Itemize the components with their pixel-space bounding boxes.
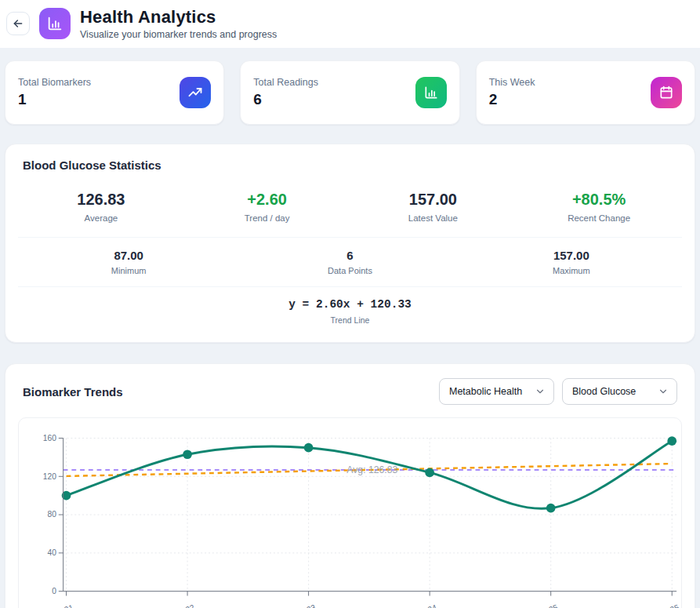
stat-cards-row: Total Biomarkers 1 Total Readings 6 This… bbox=[5, 60, 695, 125]
stat-data-points-value: 6 bbox=[239, 249, 460, 262]
back-arrow-icon bbox=[12, 17, 24, 30]
stat-maximum-label: Maximum bbox=[461, 266, 682, 275]
trend-chart-container: 04080120160Nov 26, 2021Oct 11, 2022Mar 7… bbox=[18, 417, 682, 608]
stat-label: This Week bbox=[489, 77, 535, 88]
stat-trend-value: +2.60 bbox=[184, 191, 350, 209]
stat-data-points: 6 Data Points bbox=[239, 249, 460, 275]
stat-recent-change: +80.5% Recent Change bbox=[516, 191, 682, 223]
stat-latest-value-value: 157.00 bbox=[350, 191, 517, 209]
trend-line-caption: Trend Line bbox=[18, 315, 682, 325]
stat-card-total-biomarkers: Total Biomarkers 1 bbox=[5, 60, 224, 125]
stat-value: 2 bbox=[489, 91, 535, 108]
stat-value: 1 bbox=[18, 91, 91, 108]
statistics-card: Blood Glucose Statistics 126.83 Average … bbox=[5, 144, 695, 343]
stat-value: 6 bbox=[253, 91, 318, 108]
stat-maximum: 157.00 Maximum bbox=[461, 249, 682, 275]
svg-text:Oct 11, 2022: Oct 11, 2022 bbox=[150, 603, 195, 608]
svg-text:120: 120 bbox=[43, 472, 56, 481]
svg-text:Dec 11, 2025: Dec 11, 2025 bbox=[512, 603, 560, 608]
stat-data-points-label: Data Points bbox=[239, 266, 460, 275]
stat-average: 126.83 Average bbox=[18, 191, 184, 223]
stat-average-label: Average bbox=[18, 213, 184, 223]
stat-minimum: 87.00 Minimum bbox=[18, 249, 239, 275]
stat-minimum-value: 87.00 bbox=[18, 249, 239, 262]
biomarker-select[interactable]: Blood Glucose bbox=[562, 378, 677, 405]
biomarker-select-value: Blood Glucose bbox=[572, 386, 636, 397]
stat-maximum-value: 157.00 bbox=[461, 249, 682, 262]
biomarker-trends-card: Biomarker Trends Metabolic Health Blood … bbox=[5, 363, 695, 608]
trending-up-icon bbox=[180, 77, 211, 108]
category-select-value: Metabolic Health bbox=[449, 386, 522, 397]
stat-card-this-week: This Week 2 bbox=[476, 60, 695, 125]
svg-text:Mar 7, 2023: Mar 7, 2023 bbox=[274, 603, 317, 608]
stat-card-total-readings: Total Readings 6 bbox=[240, 60, 459, 125]
back-button[interactable] bbox=[6, 12, 30, 35]
page-subtitle: Visualize your biomarker trends and prog… bbox=[80, 29, 277, 40]
svg-text:Dec 24, 2025: Dec 24, 2025 bbox=[633, 603, 680, 608]
statistics-title: Blood Glucose Statistics bbox=[18, 158, 682, 172]
trend-line-section: y = 2.60x + 120.33 Trend Line bbox=[18, 286, 682, 334]
stat-latest-value: 157.00 Latest Value bbox=[350, 191, 517, 223]
stat-minimum-label: Minimum bbox=[18, 266, 239, 275]
stat-recent-change-value: +80.5% bbox=[516, 191, 682, 209]
trend-chart[interactable]: 04080120160Nov 26, 2021Oct 11, 2022Mar 7… bbox=[20, 423, 680, 608]
svg-text:40: 40 bbox=[47, 548, 56, 557]
primary-stats-grid: 126.83 Average +2.60 Trend / day 157.00 … bbox=[18, 191, 682, 237]
stat-recent-change-label: Recent Change bbox=[516, 213, 682, 223]
svg-text:Nov 26, 2021: Nov 26, 2021 bbox=[27, 603, 74, 608]
svg-text:Dec 11, 2024: Dec 11, 2024 bbox=[390, 603, 438, 608]
stat-trend-label: Trend / day bbox=[184, 213, 350, 223]
trend-line-formula: y = 2.60x + 120.33 bbox=[18, 298, 682, 311]
chevron-down-icon bbox=[658, 386, 669, 397]
health-analytics-page: Health Analytics Visualize your biomarke… bbox=[0, 0, 700, 608]
stat-label: Total Biomarkers bbox=[18, 77, 91, 88]
svg-text:Avg: 126.83: Avg: 126.83 bbox=[346, 464, 397, 475]
secondary-stats-grid: 87.00 Minimum 6 Data Points 157.00 Maxim… bbox=[18, 237, 682, 286]
page-title: Health Analytics bbox=[80, 7, 277, 27]
svg-text:160: 160 bbox=[43, 434, 56, 442]
analytics-logo-icon bbox=[39, 8, 71, 39]
category-select[interactable]: Metabolic Health bbox=[439, 378, 554, 405]
stat-trend-per-day: +2.60 Trend / day bbox=[184, 191, 350, 223]
biomarker-trends-title: Biomarker Trends bbox=[23, 385, 123, 399]
stat-latest-value-label: Latest Value bbox=[350, 213, 517, 223]
chevron-down-icon bbox=[535, 386, 546, 397]
calendar-icon bbox=[651, 77, 682, 108]
stat-label: Total Readings bbox=[253, 77, 318, 88]
page-header: Health Analytics Visualize your biomarke… bbox=[0, 0, 700, 48]
svg-text:80: 80 bbox=[47, 510, 56, 519]
bar-chart-icon bbox=[415, 77, 447, 108]
svg-text:0: 0 bbox=[52, 587, 56, 595]
stat-average-value: 126.83 bbox=[18, 191, 184, 209]
